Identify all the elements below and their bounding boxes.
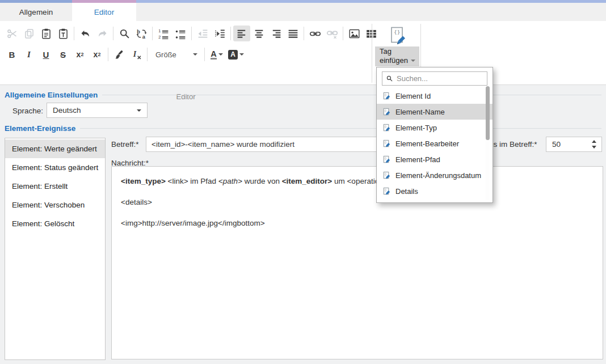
dropdown-item-element-aenderungsdatum[interactable]: Element-Änderungsdatum [377,167,493,183]
message-line-2: <details> [121,198,594,207]
dropdown-item-label: Element Id [395,92,431,100]
tag-icon [382,187,391,196]
tag-search-input[interactable] [397,74,482,83]
clear-formatting-icon[interactable] [128,46,145,62]
ribbon-row-2: B I U S x2 x2 Größe A A [3,46,246,62]
bullet-list-icon[interactable] [172,26,189,41]
separator [191,27,192,40]
language-label: Sprache: [12,107,43,115]
search-icon [386,75,393,82]
undo-icon[interactable] [77,26,94,41]
dropdown-item-label: Details [395,187,418,196]
tag-icon [382,139,391,148]
caret-down-icon [239,53,244,56]
image-icon[interactable] [346,26,363,41]
dropdown-item-label: Element-Pfad [395,155,440,164]
separator [74,27,74,40]
spin-down-icon[interactable] [592,146,596,149]
list-item-werte-geaendert[interactable]: Element: Werte geändert [5,139,105,158]
caret-down-icon [218,53,223,56]
font-size-dropdown[interactable]: Größe [150,48,202,61]
align-right-icon[interactable] [267,26,284,41]
list-item-verschoben[interactable]: Element: Verschoben [5,196,105,214]
redo-icon[interactable] [94,26,111,41]
underline-button[interactable]: U [37,46,54,62]
increase-indent-icon[interactable] [211,26,228,41]
tag-icon [382,171,391,180]
subscript-button[interactable]: x2 [71,46,89,62]
align-center-icon[interactable] [250,26,267,41]
tag-icon [382,155,391,164]
tab-editor[interactable]: Editor [72,3,136,21]
tag-search-box [382,71,487,86]
dropdown-item-element-pfad[interactable]: Element-Pfad [377,151,493,167]
dropdown-item-details[interactable]: Details [377,183,493,199]
spin-up-icon[interactable] [592,140,596,143]
dropdown-scrollbar-thumb[interactable] [486,86,490,140]
copy-icon[interactable] [20,26,37,41]
italic-button[interactable]: I [20,46,37,62]
list-item-erstellt[interactable]: Element: Erstellt [5,177,105,196]
numbered-list-icon[interactable] [155,26,172,41]
element-events-list: Element: Werte geändert Element: Status … [5,138,106,360]
tab-strip: Allgemein Editor [0,3,606,21]
message-editor[interactable]: <item_type> <link> im Pfad <path> wurde … [111,166,603,359]
separator [108,48,108,61]
separator [204,48,205,61]
strikethrough-button[interactable]: S [54,46,71,62]
subject-maxlen-label: ns im Betreff:* [489,140,537,149]
editor-ribbon: B I U S x2 x2 Größe A A Editor Tag einfü… [0,21,606,85]
section-element-events: Element-Ereignisse [5,124,601,133]
paste-icon[interactable] [37,26,54,41]
replace-icon[interactable] [133,26,150,41]
bold-button[interactable]: B [3,46,20,62]
tab-allgemein[interactable]: Allgemein [0,3,72,21]
message-line-1: <item_type> <link> im Pfad <path> wurde … [121,177,594,186]
list-item-status-geaendert[interactable]: Element: Status geändert [5,158,105,177]
subject-maxlen-input[interactable] [546,137,587,151]
ribbon-row-1 [3,26,380,41]
background-color-dropdown[interactable]: A [226,50,246,60]
tag-document-icon [387,24,407,46]
insert-tag-dropdown: Element Id Element-Name Element-Typ Elem… [376,67,493,203]
dropdown-item-element-name[interactable]: Element-Name [377,104,493,120]
dropdown-item-label: Element-Bearbeiter [395,139,459,148]
unlink-icon[interactable] [323,26,340,41]
group-separator [372,24,372,83]
list-item-geloescht[interactable]: Element: Gelöscht [5,214,105,233]
align-left-icon[interactable] [233,26,250,41]
superscript-button[interactable]: x2 [89,46,106,62]
section-title: Element-Ereignisse [5,124,75,133]
separator [113,27,113,40]
tag-label-line1: Tag [380,47,419,56]
message-line-3: <img>http://server/image.jpg</imgbottom> [121,219,594,228]
insert-tag-button-label: Tag einfügen [375,46,419,66]
dropdown-item-element-bearbeiter[interactable]: Element-Bearbeiter [377,136,493,151]
section-general-settings: Allgemeine Einstellungen [5,91,601,99]
tag-icon [382,108,391,116]
format-painter-icon[interactable] [111,46,128,62]
cut-icon[interactable] [3,26,20,41]
font-color-dropdown[interactable]: A [207,50,226,60]
dropdown-scrollbar-track[interactable] [486,86,490,200]
dropdown-item-element-id[interactable]: Element Id [377,88,493,104]
tag-label-line2: einfügen [380,56,408,65]
superscript-digit: 2 [98,52,100,57]
separator [230,27,231,40]
language-select[interactable]: Deutsch [47,103,148,118]
caret-down-icon [411,60,415,62]
dropdown-item-label: Element-Änderungsdatum [395,171,481,180]
paste-as-text-icon[interactable] [54,26,71,41]
dropdown-item-element-typ[interactable]: Element-Typ [377,120,493,136]
font-color-letter: A [211,50,216,60]
decrease-indent-icon[interactable] [194,26,211,41]
section-rule [80,128,601,129]
spinner-buttons [587,137,601,151]
justify-icon[interactable] [284,26,301,41]
insert-tag-button[interactable]: Tag einfügen [374,24,420,67]
tag-icon [382,92,391,100]
font-size-label: Größe [155,50,176,59]
link-icon[interactable] [306,26,323,41]
separator [304,27,304,40]
search-icon[interactable] [116,26,133,41]
